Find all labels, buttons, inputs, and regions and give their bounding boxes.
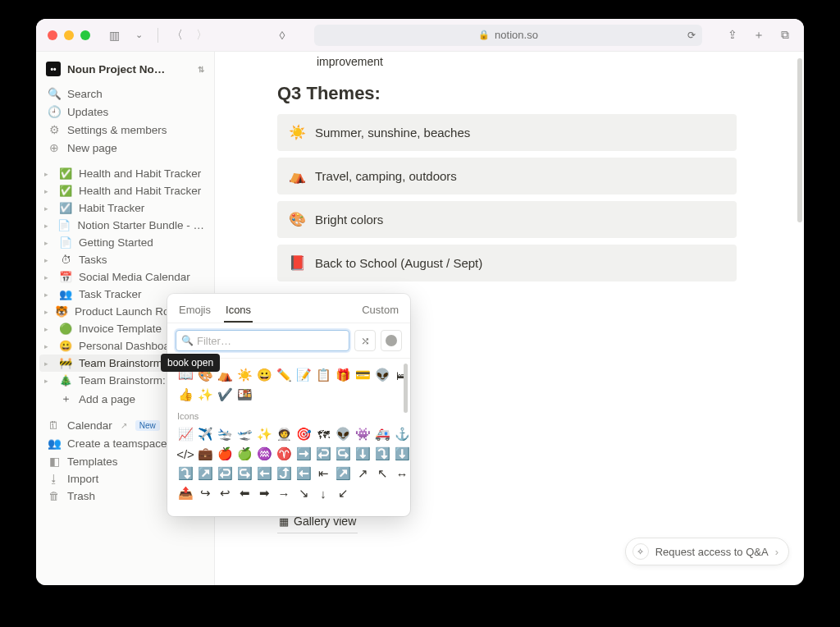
icon-option[interactable]: ✈️: [197, 426, 213, 442]
request-qa-button[interactable]: ✧ Request access to Q&A ›: [625, 538, 789, 565]
callout-block[interactable]: 🎨Bright colors: [277, 201, 737, 238]
callout-icon[interactable]: 🎨: [289, 211, 305, 228]
tab-icons[interactable]: Icons: [224, 300, 253, 323]
icon-option[interactable]: ✨: [256, 426, 272, 442]
icon-option[interactable]: ⬅: [236, 485, 253, 501]
sidebar-page[interactable]: ▸☑️Habit Tracker: [39, 199, 211, 217]
icon-option[interactable]: 🛏: [394, 367, 410, 383]
icon-option[interactable]: 🗺: [315, 426, 331, 442]
icon-option[interactable]: ↗️: [335, 465, 351, 482]
shuffle-button[interactable]: ⤭: [354, 330, 376, 351]
sidebar-toggle-icon[interactable]: ▥: [105, 26, 123, 44]
callout-block[interactable]: ⛺Travel, camping, outdoors: [277, 158, 737, 195]
icon-option[interactable]: ↔: [394, 465, 410, 482]
icon-option[interactable]: ➡: [256, 485, 272, 501]
disclosure-icon[interactable]: ▸: [44, 204, 52, 213]
disclosure-icon[interactable]: ▸: [44, 273, 52, 281]
icon-option[interactable]: 📤: [177, 485, 194, 501]
icon-option[interactable]: ⬇️: [354, 446, 371, 462]
nav-new-page[interactable]: ⊕New page: [39, 139, 211, 157]
icon-option[interactable]: ↪: [197, 485, 213, 501]
nav-search[interactable]: 🔍Search: [39, 85, 211, 103]
icon-option[interactable]: ↗️: [197, 465, 213, 482]
disclosure-icon[interactable]: ▸: [44, 170, 52, 178]
icon-color-button[interactable]: [381, 330, 402, 351]
icon-option[interactable]: ⇤: [315, 465, 331, 482]
icon-option[interactable]: →: [276, 485, 292, 501]
icon-option[interactable]: ⬅️: [256, 465, 272, 482]
nav-forward-icon[interactable]: 〉: [193, 26, 211, 44]
disclosure-icon[interactable]: ▸: [44, 187, 52, 195]
icon-option[interactable]: 🧑‍🚀: [276, 426, 292, 442]
tab-emojis[interactable]: Emojis: [177, 300, 212, 323]
icon-option[interactable]: ↖: [374, 465, 390, 482]
icon-option[interactable]: 🍱: [236, 387, 253, 403]
nav-settings[interactable]: ⚙Settings & members: [39, 121, 211, 139]
icon-option[interactable]: 👍: [177, 387, 194, 403]
tab-custom[interactable]: Custom: [360, 300, 400, 323]
nav-back-icon[interactable]: 〈: [168, 26, 186, 44]
icon-option[interactable]: ⬅️: [295, 465, 312, 482]
sidebar-page[interactable]: ▸⏱Tasks: [39, 251, 211, 268]
sidebar-page[interactable]: ▸✅Health and Habit Tracker: [39, 165, 211, 182]
icon-option[interactable]: 📈: [177, 426, 194, 442]
disclosure-icon[interactable]: ▸: [44, 377, 52, 385]
icon-option[interactable]: 💼: [197, 446, 213, 462]
icon-option[interactable]: ↙: [335, 485, 351, 501]
icon-option[interactable]: 🎯: [295, 426, 312, 442]
icon-option[interactable]: 📋: [315, 367, 331, 383]
tabs-icon[interactable]: ⧉: [778, 28, 792, 43]
icon-option[interactable]: ⚓: [394, 426, 410, 442]
disclosure-icon[interactable]: ▸: [44, 256, 52, 264]
icon-option[interactable]: 👾: [354, 426, 371, 442]
icon-option[interactable]: ↪️: [236, 465, 253, 482]
disclosure-icon[interactable]: ▸: [44, 359, 52, 368]
disclosure-icon[interactable]: ▸: [44, 239, 52, 247]
disclosure-icon[interactable]: ▸: [44, 222, 51, 230]
icon-option[interactable]: 🛫: [236, 426, 253, 442]
sidebar-page[interactable]: ▸📄Notion Starter Bundle - …: [39, 217, 211, 234]
icon-option[interactable]: ⬇️: [394, 446, 410, 462]
icon-option[interactable]: ✔️: [217, 387, 233, 403]
icon-filter-input[interactable]: 🔍 Filter…: [176, 330, 349, 351]
icon-option[interactable]: </>: [177, 446, 194, 462]
icon-option[interactable]: ↩️: [217, 465, 233, 482]
callout-icon[interactable]: 📕: [289, 254, 305, 272]
picker-scrollbar[interactable]: [404, 364, 408, 413]
icon-option[interactable]: ✨: [197, 387, 213, 403]
icon-option[interactable]: ⤵️: [177, 465, 194, 482]
disclosure-icon[interactable]: ▸: [44, 308, 48, 316]
icon-option[interactable]: ⤵️: [374, 446, 390, 462]
icon-option[interactable]: ↩: [217, 485, 233, 501]
shield-icon[interactable]: ◊: [273, 26, 291, 44]
icon-option[interactable]: 🍏: [236, 446, 253, 462]
share-icon[interactable]: ⇪: [725, 28, 740, 43]
disclosure-icon[interactable]: ▸: [44, 342, 52, 350]
sidebar-page[interactable]: ▸📄Getting Started: [39, 234, 211, 251]
callout-icon[interactable]: ⛺: [289, 167, 305, 185]
icon-option[interactable]: 👽: [335, 426, 351, 442]
icon-option[interactable]: ♈: [276, 446, 292, 462]
disclosure-icon[interactable]: ▸: [44, 325, 52, 333]
icon-option[interactable]: 📝: [295, 367, 312, 383]
callout-block[interactable]: ☀️Summer, sunshine, beaches: [277, 114, 737, 151]
icon-option[interactable]: 🍎: [217, 446, 233, 462]
dropdown-icon[interactable]: ⌄: [130, 26, 148, 44]
icon-option[interactable]: ☀️: [236, 367, 253, 383]
icon-option[interactable]: ✏️: [276, 367, 292, 383]
icon-option[interactable]: ↓: [315, 485, 331, 501]
disclosure-icon[interactable]: ▸: [44, 291, 52, 299]
sidebar-page[interactable]: ▸✅Health and Habit Tracker: [39, 182, 211, 199]
callout-block[interactable]: 📕Back to School (August / Sept): [277, 245, 737, 281]
nav-updates[interactable]: 🕘Updates: [39, 103, 211, 121]
icon-option[interactable]: 😀: [256, 367, 272, 383]
icon-option[interactable]: 🛬: [217, 426, 233, 442]
icon-option[interactable]: ↪️: [335, 446, 351, 462]
new-tab-icon[interactable]: ＋: [751, 28, 766, 43]
icon-option[interactable]: ➡️: [295, 446, 312, 462]
address-bar[interactable]: 🔒 notion.so ⟳: [314, 25, 702, 46]
workspace-switcher[interactable]: •• Noun Project No… ⇅: [39, 58, 211, 80]
icon-option[interactable]: ⤴️: [276, 465, 292, 482]
icon-option[interactable]: 🎁: [335, 367, 351, 383]
icon-option[interactable]: ↗: [354, 465, 371, 482]
